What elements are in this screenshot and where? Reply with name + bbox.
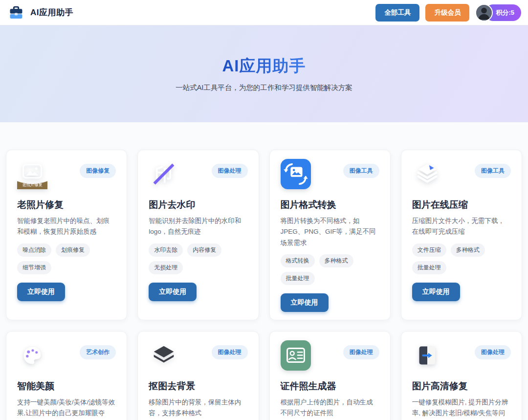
category-badge: 图像处理 [212, 164, 248, 178]
tool-card[interactable]: 图像处理 抠图去背景 移除图片中的背景，保留主体内容，支持多种格式 去除干扰一键… [137, 331, 259, 420]
upgrade-member-button[interactable]: 升级会员 [425, 4, 469, 22]
tool-description: 根据用户上传的图片，自动生成不同尺寸的证件照 [281, 397, 379, 419]
hero-subtitle: 一站式AI工具平台，为您的工作和学习提供智能解决方案 [176, 83, 352, 92]
category-badge: 图像工具 [475, 164, 511, 178]
tag-pill: 格式转换 [281, 254, 315, 267]
tool-card[interactable]: 老照片修复 图像修复 老照片修复 智能修复老照片中的噪点、划痕和模糊，恢复照片原… [6, 150, 127, 320]
app-header: AI应用助手 全部工具 升级会员 积分:5 [0, 0, 528, 25]
tool-title: 图片格式转换 [281, 199, 379, 211]
old-photo-icon: 老照片修复 [17, 159, 47, 189]
tool-tags: 文件压缩多种格式批量处理 [412, 243, 511, 274]
tool-card[interactable]: 印 图像处理 图片去水印 智能识别并去除图片中的水印和logo，自然无痕迹 水印… [137, 150, 259, 320]
user-area: 积分:5 [475, 4, 521, 22]
app-logo-icon [7, 3, 25, 22]
hero-title: AI应用助手 [222, 55, 306, 77]
use-now-button[interactable]: 立即使用 [149, 283, 197, 301]
cutout-layers-icon [149, 340, 179, 371]
tag-pill: 文件压缩 [412, 243, 446, 257]
tool-tags: 水印去除内容修复无损处理 [149, 243, 247, 274]
tool-title: 图片高清修复 [412, 380, 511, 393]
tag-pill: 内容修复 [187, 243, 221, 257]
tool-description: 支持一键美颜/美妆/美体/滤镜等效果,让照片中的自己更加耀眼夺目。 [17, 397, 116, 420]
tool-description: 智能识别并去除图片中的水印和logo，自然无痕迹 [149, 216, 247, 238]
tool-title: 证件照生成器 [281, 380, 379, 393]
palette-icon [17, 340, 47, 371]
tool-description: 一键修复模糊图片, 提升图片分辨率, 解决图片老旧/模糊/失焦等问题 [412, 397, 511, 420]
app-title: AI应用助手 [30, 7, 73, 18]
tools-grid: 老照片修复 图像修复 老照片修复 智能修复老照片中的噪点、划痕和模糊，恢复照片原… [6, 150, 522, 420]
use-now-button[interactable]: 立即使用 [281, 293, 329, 312]
tool-card[interactable]: 艺术创作 智能美颜 支持一键美颜/美妆/美体/滤镜等效果,让照片中的自己更加耀眼… [6, 331, 127, 420]
watermark-remove-icon: 印 [149, 159, 179, 189]
tools-section: 老照片修复 图像修复 老照片修复 智能修复老照片中的噪点、划痕和模糊，恢复照片原… [0, 122, 528, 420]
category-badge: 图像工具 [343, 164, 379, 178]
compress-icon [412, 159, 442, 189]
id-card-icon [281, 340, 311, 371]
tool-tags: 噪点消除划痕修复细节增强 [17, 243, 116, 274]
tool-description: 智能修复老照片中的噪点、划痕和模糊，恢复照片原始质感 [17, 216, 116, 238]
category-badge: 图像处理 [212, 345, 248, 359]
tag-pill: 批量处理 [281, 272, 315, 285]
tag-pill: 无损处理 [149, 261, 183, 274]
tag-pill: 噪点消除 [17, 243, 51, 257]
tool-description: 压缩图片文件大小，无需下载，在线即可完成压缩 [412, 216, 511, 238]
category-badge: 艺术创作 [80, 345, 116, 359]
tool-card[interactable]: 图像工具 图片在线压缩 压缩图片文件大小，无需下载，在线即可完成压缩 文件压缩多… [401, 150, 522, 320]
tag-pill: 多种格式 [319, 254, 353, 267]
tool-title: 图片在线压缩 [412, 199, 511, 211]
tool-description: 将图片转换为不同格式，如JPEG、PNG、GIF等，满足不同场景需求 [281, 216, 379, 248]
tag-pill: 多种格式 [451, 243, 485, 257]
tag-pill: 批量处理 [412, 261, 446, 274]
tool-title: 图片去水印 [149, 199, 247, 211]
hd-repair-icon [412, 340, 442, 371]
tag-pill: 细节增强 [17, 261, 51, 274]
use-now-button[interactable]: 立即使用 [412, 283, 460, 301]
tool-card[interactable]: 图像处理 图片高清修复 一键修复模糊图片, 提升图片分辨率, 解决图片老旧/模糊… [401, 331, 522, 420]
tool-title: 抠图去背景 [149, 380, 247, 393]
tool-description: 移除图片中的背景，保留主体内容，支持多种格式 [149, 397, 247, 419]
tag-pill: 水印去除 [149, 243, 183, 257]
svg-text:老照片修复: 老照片修复 [22, 182, 43, 187]
tool-title: 智能美颜 [17, 380, 116, 393]
tool-title: 老照片修复 [17, 199, 116, 211]
tag-pill: 划痕修复 [56, 243, 90, 257]
all-tools-button[interactable]: 全部工具 [375, 4, 419, 22]
tool-card[interactable]: 图像处理 证件照生成器 根据用户上传的图片，自动生成不同尺寸的证件照 人像生成智… [269, 331, 391, 420]
tool-card[interactable]: 图像工具 图片格式转换 将图片转换为不同格式，如JPEG、PNG、GIF等，满足… [269, 150, 391, 320]
avatar[interactable] [475, 4, 493, 22]
hero-banner: AI应用助手 一站式AI工具平台，为您的工作和学习提供智能解决方案 [0, 25, 528, 122]
header-nav: 全部工具 升级会员 积分:5 [375, 4, 521, 22]
category-badge: 图像修复 [80, 164, 116, 178]
brand: AI应用助手 [7, 3, 73, 22]
category-badge: 图像处理 [343, 345, 379, 359]
tool-tags: 格式转换多种格式批量处理 [281, 254, 379, 285]
format-convert-icon [281, 159, 311, 189]
category-badge: 图像处理 [475, 345, 511, 359]
use-now-button[interactable]: 立即使用 [17, 283, 65, 301]
